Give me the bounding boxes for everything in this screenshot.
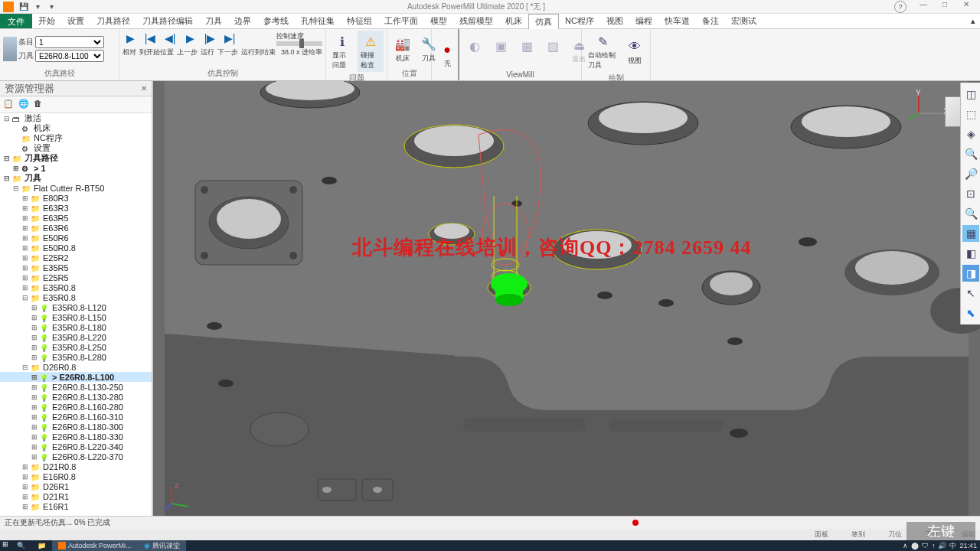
- to-start-label[interactable]: 到开始位置: [139, 47, 174, 57]
- status2-item[interactable]: 面板: [815, 530, 828, 540]
- tree-item[interactable]: ⊞E35R0.8-L120: [0, 302, 152, 312]
- tree-item[interactable]: ⊞> 1: [0, 163, 152, 173]
- clock[interactable]: 21:41: [959, 542, 977, 549]
- tray-icon[interactable]: 🔊: [938, 542, 946, 549]
- tree-item[interactable]: ⊞E35R0.8-L280: [0, 352, 152, 362]
- tree-item[interactable]: ⊞E35R0.8-L150: [0, 312, 152, 322]
- tray-icon[interactable]: ⬤: [911, 542, 919, 549]
- cube-icon[interactable]: ⬚: [962, 106, 979, 122]
- cursor-icon[interactable]: ↖: [962, 285, 979, 302]
- speed-slider[interactable]: [276, 41, 322, 46]
- qat-more-icon[interactable]: ▾: [46, 2, 57, 12]
- menu-tab-5[interactable]: 边界: [228, 14, 257, 29]
- play2-icon[interactable]: ▶: [182, 31, 198, 46]
- menu-tab-16[interactable]: 编程: [629, 14, 658, 29]
- tree-item[interactable]: ⊞E26R0.8-L130-250: [0, 382, 152, 392]
- menu-tab-19[interactable]: 宏测试: [725, 14, 763, 29]
- menu-tab-8[interactable]: 特征组: [341, 14, 378, 29]
- tb-icon-3[interactable]: 🗑: [34, 99, 46, 111]
- collapse-ribbon-icon[interactable]: ▴: [966, 16, 980, 26]
- tree-item[interactable]: ⊞E63R5: [0, 213, 152, 223]
- status2-item[interactable]: 签别: [851, 530, 865, 540]
- menu-tab-1[interactable]: 设置: [61, 14, 90, 29]
- file-menu[interactable]: 文件: [0, 14, 32, 28]
- menu-tab-3[interactable]: 刀具路径编辑: [136, 14, 199, 29]
- close-button[interactable]: ✕: [956, 0, 977, 14]
- tree-item[interactable]: ⊞E35R0.8-L180: [0, 322, 152, 332]
- menu-tab-12[interactable]: 机床: [499, 14, 528, 29]
- menu-tab-13[interactable]: 仿真: [528, 14, 559, 29]
- menu-tab-6[interactable]: 参考线: [257, 14, 295, 29]
- tree-item[interactable]: ⊞E80R3: [0, 193, 152, 203]
- show-issues-button[interactable]: ℹ显示问题: [329, 31, 356, 72]
- tree-item[interactable]: ⊞E25R2: [0, 253, 152, 262]
- zoom-out-icon[interactable]: 🔍: [962, 205, 979, 222]
- tree-item[interactable]: ⊞E26R0.8-L180-330: [0, 432, 152, 442]
- tree-item[interactable]: ⊞D21R0.8: [0, 461, 152, 471]
- tree-item[interactable]: ⊞> E26R0.8-L100: [0, 372, 152, 382]
- step-fwd-icon[interactable]: |▶: [202, 31, 217, 46]
- tree-item[interactable]: ⊞E35R0.8: [0, 282, 152, 292]
- menu-tab-0[interactable]: 开始: [32, 14, 61, 29]
- tree-item[interactable]: ⊞E50R6: [0, 233, 152, 243]
- skip-start-icon[interactable]: |◀: [142, 31, 158, 46]
- to-end-label[interactable]: 运行到结束: [241, 47, 276, 57]
- tree-item[interactable]: ⊞E63R3: [0, 203, 152, 213]
- relative-label[interactable]: 相对: [122, 47, 136, 57]
- tree-item[interactable]: ⊟刀具路径: [0, 153, 152, 163]
- tree-item[interactable]: ⊞E25R5: [0, 272, 152, 282]
- select-icon[interactable]: ⬉: [962, 305, 979, 321]
- minimize-button[interactable]: —: [913, 0, 934, 14]
- tree-item[interactable]: ⊞E26R0.8-L220-370: [0, 452, 152, 461]
- viewport-3d[interactable]: X Y Z 北斗编程在线培训，咨询QQ：2784 2659 44: [153, 81, 980, 520]
- menu-tab-7[interactable]: 孔特征集: [295, 14, 341, 29]
- tree-item[interactable]: ⊞E50R0.8: [0, 243, 152, 253]
- tree-item[interactable]: ⊞E35R0.8-L250: [0, 342, 152, 352]
- menu-tab-9[interactable]: 工作平面: [378, 14, 424, 29]
- collision-check-button[interactable]: ⚠碰撞检查: [358, 31, 384, 72]
- off-button[interactable]: ●无: [435, 39, 459, 70]
- tree-item[interactable]: ⊞E35R0.8-L220: [0, 332, 152, 342]
- menu-tab-18[interactable]: 备注: [696, 14, 725, 29]
- zoom-in-icon[interactable]: 🔎: [962, 165, 979, 182]
- menu-tab-4[interactable]: 刀具: [199, 14, 228, 29]
- system-tray[interactable]: ∧⬤🛡↑🔊中21:41: [903, 541, 980, 551]
- skip-end-icon[interactable]: ▶|: [222, 31, 237, 46]
- tree-item[interactable]: ⊞E26R0.8-L180-300: [0, 422, 152, 432]
- zoom-window-icon[interactable]: ⊡: [962, 185, 979, 202]
- tree-item[interactable]: ⊟D26R0.8: [0, 362, 152, 372]
- tray-icon[interactable]: ∧: [903, 542, 908, 549]
- menu-tab-2[interactable]: 刀具路径: [90, 14, 136, 29]
- entry-select[interactable]: 1: [35, 36, 104, 48]
- tree-item[interactable]: ⊟刀具: [0, 173, 152, 183]
- tree-item[interactable]: 机床: [0, 123, 152, 133]
- tree-item[interactable]: 设置: [0, 143, 152, 153]
- tree-item[interactable]: NC程序: [0, 133, 152, 143]
- menu-tab-11[interactable]: 残留模型: [453, 14, 499, 29]
- start-button[interactable]: ⊞: [0, 540, 11, 551]
- task-tencent[interactable]: ◉腾讯课堂: [138, 540, 186, 551]
- wireframe-icon[interactable]: ◈: [962, 126, 979, 142]
- face-icon[interactable]: ◨: [962, 265, 979, 282]
- tray-icon[interactable]: ↑: [932, 542, 936, 549]
- tree-item[interactable]: ⊟E35R0.8: [0, 292, 152, 302]
- menu-tab-15[interactable]: 视图: [600, 14, 629, 29]
- tree-item[interactable]: ⊞E26R0.8-L160-310: [0, 412, 152, 422]
- help-icon[interactable]: ?: [894, 1, 906, 13]
- tree-item[interactable]: ⊞E16R0.8: [0, 471, 152, 481]
- menu-tab-17[interactable]: 快车道: [658, 14, 696, 29]
- qat-dropdown-icon[interactable]: ▾: [32, 2, 43, 12]
- close-panel-icon[interactable]: ✕: [141, 84, 147, 93]
- tree-item[interactable]: ⊞E26R0.8-L130-280: [0, 392, 152, 402]
- step-back-icon[interactable]: ◀|: [162, 31, 178, 46]
- view-button[interactable]: 👁视图: [622, 36, 647, 67]
- shaded-icon[interactable]: ▦: [962, 225, 979, 242]
- machine-pos-button[interactable]: 🏭机床: [390, 34, 415, 65]
- status2-item[interactable]: 刀位: [888, 530, 902, 540]
- tree[interactable]: ⊟激活机床NC程序设置⊟刀具路径⊞> 1⊟刀具⊟Flat Cutter R-BT…: [0, 113, 152, 520]
- tree-item[interactable]: ⊞E63R6: [0, 223, 152, 233]
- back-label[interactable]: 上一步: [177, 47, 198, 57]
- task-powermill[interactable]: Autodesk PowerMi...: [52, 540, 138, 551]
- task-search[interactable]: 🔍: [11, 540, 31, 551]
- menu-tab-10[interactable]: 模型: [424, 14, 453, 29]
